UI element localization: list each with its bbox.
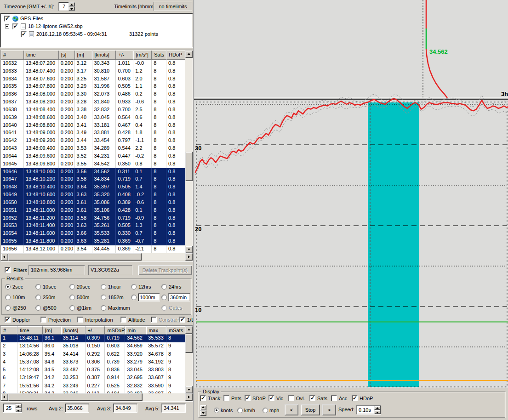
display-checkbox[interactable]: ✓ — [309, 395, 315, 401]
table-row[interactable]: 1065013:48:10.8000.2003.6135.0860.389-0.… — [1, 199, 185, 207]
display-checkbox[interactable]: ✓ — [245, 395, 251, 401]
filters-checkbox[interactable]: ✓ — [5, 267, 11, 273]
results-radio[interactable] — [161, 305, 167, 311]
speed-chart[interactable]: 30201034.5623h — [194, 0, 508, 388]
results-table-vscrollbar[interactable] — [185, 326, 193, 393]
column-header[interactable]: [m] — [43, 326, 61, 335]
results-radio[interactable] — [101, 284, 106, 289]
table-row[interactable]: 113:48:1136.135.1140.3090.71934.56235.53… — [1, 335, 185, 342]
table-row[interactable]: 1065613:48:12.0000.2003.5434.4450.369-2.… — [1, 245, 185, 253]
step-back-button[interactable]: < — [285, 404, 298, 415]
flag-checkbox[interactable] — [151, 317, 157, 323]
rows-count-spin-buttons[interactable] — [15, 404, 22, 412]
chart-step-spin-buttons[interactable] — [200, 405, 206, 416]
results-radio[interactable] — [131, 284, 137, 289]
display-checkbox[interactable]: ✓ — [352, 395, 358, 401]
column-header[interactable]: [s] — [59, 51, 75, 60]
trackpoint-table-vscrollbar[interactable] — [185, 51, 193, 253]
scroll-right-button[interactable] — [185, 393, 193, 401]
unit-radio[interactable] — [237, 408, 243, 413]
column-header[interactable]: [knots] — [92, 51, 116, 60]
tree-session-label[interactable]: 2016.12.18 05:53:45 - 09:04:31 — [36, 31, 107, 37]
table-row[interactable]: 1063713:48:08.2000.2003.2831.8400.933-0.… — [1, 98, 185, 106]
results-radio[interactable] — [161, 295, 167, 300]
display-checkbox[interactable] — [331, 395, 337, 401]
table-row[interactable]: 613:19:4734.233.2530.3870.91432.69533.68… — [1, 374, 185, 382]
scroll-left-button[interactable] — [1, 393, 8, 401]
trackpoint-table-hscrollbar[interactable] — [1, 253, 193, 261]
column-header[interactable]: time — [24, 51, 59, 60]
display-checkbox[interactable]: ✓ — [268, 395, 274, 401]
scroll-down-button[interactable] — [185, 386, 193, 393]
display-checkbox[interactable]: ✓ — [200, 395, 206, 401]
table-row[interactable]: 1063813:48:08.4000.2003.3832.8320.7002.5… — [1, 106, 185, 114]
speed-spin-buttons[interactable] — [374, 406, 381, 414]
table-row[interactable]: 1064513:48:09.8000.2003.5534.5420.3500.8… — [1, 160, 185, 168]
root-checkbox[interactable]: ✓ — [4, 16, 10, 22]
tree-item-file[interactable]: ✓ 18-12-liptons GW52.sbp — [0, 23, 192, 30]
table-row[interactable]: 1065513:48:11.8000.2003.6335.2810.369-0.… — [1, 238, 185, 245]
unit-radio[interactable] — [263, 408, 268, 413]
tree-file-label[interactable]: 18-12-liptons GW52.sbp — [28, 23, 83, 29]
table-row[interactable]: 1064913:48:10.6000.2003.6335.3200.408-0.… — [1, 191, 185, 199]
flag-checkbox[interactable]: ✓ — [5, 317, 11, 323]
column-header[interactable]: min — [125, 326, 146, 335]
results-radio[interactable] — [5, 305, 11, 311]
results-radio[interactable] — [5, 295, 11, 300]
tree-root-label[interactable]: GPS-Files — [20, 16, 43, 21]
spin-down-button[interactable] — [200, 410, 206, 416]
table-row[interactable]: 1065413:48:11.6000.2003.6635.5330.3300.7… — [1, 230, 185, 238]
table-row[interactable]: 415:37:0834.633.6730.3060.73933.27934.19… — [1, 358, 185, 366]
column-header[interactable]: [knots] — [61, 326, 86, 335]
scroll-up-button[interactable] — [185, 326, 193, 334]
session-checkbox[interactable]: ✓ — [21, 31, 27, 37]
display-checkbox[interactable] — [288, 395, 294, 401]
distance-input[interactable]: 1000m — [138, 293, 160, 301]
scroll-down-button[interactable] — [185, 246, 193, 253]
table-row[interactable]: 815:09:3134.233.2460.1120.18432.48333.68… — [1, 390, 185, 393]
column-header[interactable]: mSDoP — [105, 326, 125, 335]
results-radio[interactable] — [35, 284, 41, 289]
table-row[interactable]: 1064813:48:10.4000.2003.6435.3970.5051.4… — [1, 183, 185, 191]
spin-up-button[interactable] — [200, 405, 206, 410]
table-row[interactable]: 1064413:48:09.6000.2003.5234.2310.447-0.… — [1, 153, 185, 160]
results-radio[interactable] — [101, 305, 106, 311]
results-radio[interactable] — [161, 284, 167, 289]
spin-down-button[interactable] — [15, 408, 22, 412]
results-radio[interactable] — [35, 305, 41, 311]
tree-item-session[interactable]: ✓ 2016.12.18 05:53:45 - 09:04:31 31322 p… — [0, 31, 192, 38]
column-header[interactable]: # — [1, 326, 17, 335]
table-row[interactable]: 1063613:48:08.0000.2003.3032.0730.4860.2… — [1, 91, 185, 98]
table-row[interactable]: 1064113:48:09.0000.2003.4933.8810.4281.8… — [1, 129, 185, 137]
column-header[interactable]: # — [1, 51, 24, 60]
column-header[interactable]: mSats — [166, 326, 185, 335]
table-row[interactable]: 1063313:48:07.4000.2003.1730.8100.7001.2… — [1, 68, 185, 75]
flag-checkbox[interactable] — [77, 317, 83, 323]
spin-down-button[interactable] — [68, 6, 75, 11]
scroll-left-button[interactable] — [1, 253, 8, 261]
collapse-icon[interactable] — [5, 24, 9, 28]
spin-up-button[interactable] — [374, 406, 381, 410]
column-header[interactable]: HDoP — [166, 51, 185, 60]
timezone-spin-buttons[interactable] — [68, 2, 75, 11]
column-header[interactable]: +/- — [86, 326, 105, 335]
table-row[interactable]: 1064613:48:10.0000.2003.5634.5620.3110.1… — [1, 168, 185, 176]
table-row[interactable]: 1065313:48:11.4000.2003.6335.2610.5051.3… — [1, 222, 185, 230]
table-row[interactable]: 213:14:5636.035.0180.1500.60334.65935.57… — [1, 342, 185, 350]
speed-chart-canvas[interactable]: 30201034.5623h — [194, 0, 508, 388]
unit-radio[interactable] — [214, 408, 219, 413]
table-row[interactable]: 514:12:0834.533.4870.3750.83633.04533.80… — [1, 366, 185, 374]
spin-up-button[interactable] — [15, 404, 22, 408]
table-row[interactable]: 1064013:48:08.8000.2003.4133.1810.4670.4… — [1, 122, 185, 130]
table-row[interactable]: 1065113:48:11.0000.2003.6135.1060.4280.1… — [1, 207, 185, 215]
scrollbar-thumb[interactable] — [8, 393, 143, 401]
table-row[interactable]: 1064713:48:10.2000.2003.5834.8340.7190.7… — [1, 176, 185, 183]
column-header[interactable]: [m/s²] — [133, 51, 152, 60]
column-header[interactable]: [m] — [75, 51, 92, 60]
timelimits-field[interactable]: no timelimits — [154, 2, 192, 11]
table-row[interactable]: 314:06:2835.434.4140.2920.62233.92034.67… — [1, 351, 185, 358]
flag-checkbox[interactable] — [40, 317, 46, 323]
results-radio[interactable] — [35, 295, 41, 300]
results-radio[interactable] — [5, 284, 11, 289]
table-row[interactable]: 1064313:48:09.4000.2003.5334.2890.5442.2… — [1, 145, 185, 153]
